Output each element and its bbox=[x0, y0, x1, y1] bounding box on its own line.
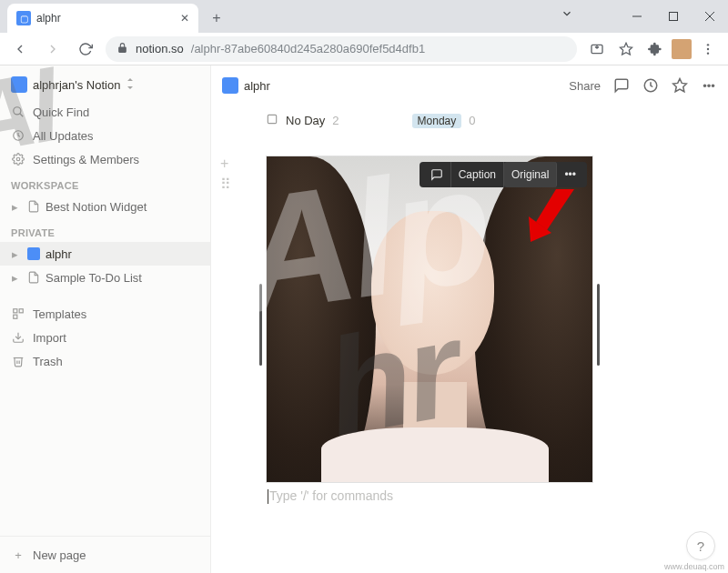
profile-avatar[interactable] bbox=[672, 39, 692, 59]
lock-icon bbox=[116, 42, 128, 56]
new-page-button[interactable]: + New page bbox=[0, 537, 210, 573]
settings-label: Settings & Members bbox=[33, 153, 139, 166]
image-toolbar: Caption Original ••• bbox=[420, 162, 587, 187]
trash-label: Trash bbox=[33, 355, 63, 368]
workspace-icon bbox=[11, 76, 27, 93]
resize-handle-left[interactable] bbox=[259, 284, 262, 366]
sidebar-page-alphr[interactable]: ▸ alphr bbox=[0, 242, 210, 266]
topbar: alphr Share ••• bbox=[211, 65, 728, 106]
block-handle[interactable]: + ⠿ bbox=[220, 156, 231, 193]
quick-find[interactable]: Quick Find bbox=[0, 100, 210, 124]
import-icon bbox=[11, 331, 25, 344]
svg-marker-18 bbox=[673, 79, 687, 92]
gear-icon bbox=[11, 153, 25, 166]
reload-button[interactable] bbox=[73, 36, 98, 62]
share-button[interactable]: Share bbox=[569, 79, 601, 93]
board-columns: No Day 2 Monday 0 bbox=[211, 106, 728, 128]
close-tab-icon[interactable]: ✕ bbox=[180, 12, 189, 25]
page-label: Best Notion Widget bbox=[46, 200, 147, 214]
page-icon bbox=[222, 77, 238, 94]
svg-rect-13 bbox=[14, 309, 17, 313]
svg-rect-1 bbox=[670, 13, 678, 21]
tab-title: alphr bbox=[36, 12, 61, 25]
empty-col-icon bbox=[266, 113, 278, 128]
tab-favicon: ▢ bbox=[16, 11, 31, 25]
image-block[interactable]: Caption Original ••• bbox=[266, 156, 593, 483]
quick-find-label: Quick Find bbox=[33, 106, 89, 119]
breadcrumb-label: alphr bbox=[244, 79, 270, 93]
clock-icon bbox=[11, 129, 25, 142]
templates-label: Templates bbox=[33, 307, 86, 321]
trash[interactable]: Trash bbox=[0, 349, 210, 373]
page-doc-icon bbox=[25, 271, 42, 284]
sidebar-page-best-notion-widget[interactable]: ▸ Best Notion Widget bbox=[0, 195, 210, 218]
page-canvas: + ⠿ Caption Original ••• bbox=[211, 128, 728, 573]
help-button[interactable]: ? bbox=[686, 531, 715, 560]
page-color-icon bbox=[25, 247, 42, 260]
image-more-icon[interactable]: ••• bbox=[557, 162, 583, 187]
workspace-switcher[interactable]: alphrjan's Notion bbox=[0, 65, 210, 100]
tab-list-chevron-icon[interactable] bbox=[561, 7, 573, 24]
page-label: alphr bbox=[46, 247, 72, 261]
maximize-button[interactable] bbox=[655, 0, 692, 33]
share-page-icon[interactable] bbox=[584, 36, 610, 62]
toggle-icon[interactable]: ▸ bbox=[7, 271, 22, 285]
add-block-icon[interactable]: + bbox=[220, 156, 231, 172]
drag-handle-icon[interactable]: ⠿ bbox=[220, 176, 231, 193]
toggle-icon[interactable]: ▸ bbox=[7, 247, 22, 261]
updates-icon[interactable] bbox=[642, 77, 659, 94]
caption-button[interactable]: Caption bbox=[451, 162, 504, 187]
toggle-icon[interactable]: ▸ bbox=[7, 200, 22, 214]
more-icon[interactable]: ••• bbox=[701, 77, 717, 94]
address-bar[interactable]: notion.so/alphr-87abe60840d245a280a690fe… bbox=[106, 36, 577, 62]
trash-icon bbox=[11, 355, 25, 367]
breadcrumb[interactable]: alphr bbox=[222, 77, 270, 94]
original-button[interactable]: Original bbox=[504, 162, 557, 187]
page-label: Sample To-Do List bbox=[46, 271, 142, 285]
svg-point-6 bbox=[707, 44, 709, 45]
svg-rect-19 bbox=[268, 115, 276, 123]
svg-marker-5 bbox=[620, 43, 632, 55]
search-icon bbox=[11, 106, 25, 118]
svg-line-10 bbox=[20, 114, 24, 117]
favorite-icon[interactable] bbox=[672, 77, 688, 94]
minimize-button[interactable] bbox=[619, 0, 655, 33]
sidebar-page-sample-todo[interactable]: ▸ Sample To-Do List bbox=[0, 266, 210, 289]
comments-icon[interactable] bbox=[613, 77, 630, 94]
unfold-icon bbox=[126, 78, 135, 92]
browser-tab[interactable]: ▢ alphr ✕ bbox=[7, 4, 198, 33]
all-updates[interactable]: All Updates bbox=[0, 124, 210, 147]
plus-icon: + bbox=[11, 548, 25, 562]
empty-block[interactable]: Type '/' for commands bbox=[268, 488, 728, 504]
new-page-label: New page bbox=[33, 548, 86, 562]
svg-point-7 bbox=[707, 47, 709, 49]
bookmark-icon[interactable] bbox=[613, 36, 639, 62]
workspace-name: alphrjan's Notion bbox=[33, 78, 120, 92]
resize-handle-right[interactable] bbox=[597, 284, 600, 366]
board-col-noday[interactable]: No Day 2 bbox=[266, 113, 339, 128]
svg-marker-20 bbox=[536, 189, 574, 230]
templates[interactable]: Templates bbox=[0, 302, 210, 326]
board-col-monday[interactable]: Monday 0 bbox=[412, 113, 476, 128]
close-window-button[interactable] bbox=[692, 0, 728, 33]
browser-toolbar: notion.so/alphr-87abe60840d245a280a690fe… bbox=[0, 33, 728, 65]
svg-point-8 bbox=[707, 52, 709, 54]
svg-rect-15 bbox=[14, 315, 17, 318]
settings-members[interactable]: Settings & Members bbox=[0, 147, 210, 171]
svg-rect-14 bbox=[19, 309, 23, 313]
url-host: notion.so bbox=[136, 42, 184, 55]
browser-menu-icon[interactable] bbox=[695, 36, 721, 62]
templates-icon bbox=[11, 307, 25, 320]
svg-point-12 bbox=[16, 157, 20, 161]
main-content: alphr Share ••• No Day 2 Monday 0 bbox=[211, 65, 728, 573]
window-controls bbox=[619, 0, 728, 33]
forward-button[interactable] bbox=[40, 36, 66, 62]
extensions-icon[interactable] bbox=[642, 36, 668, 62]
image-comment-icon[interactable] bbox=[423, 162, 451, 187]
new-tab-button[interactable]: + bbox=[204, 5, 229, 31]
svg-point-9 bbox=[14, 107, 21, 115]
import[interactable]: Import bbox=[0, 326, 210, 349]
section-workspace: WORKSPACE bbox=[0, 171, 210, 195]
import-label: Import bbox=[33, 331, 66, 345]
back-button[interactable] bbox=[7, 36, 33, 62]
